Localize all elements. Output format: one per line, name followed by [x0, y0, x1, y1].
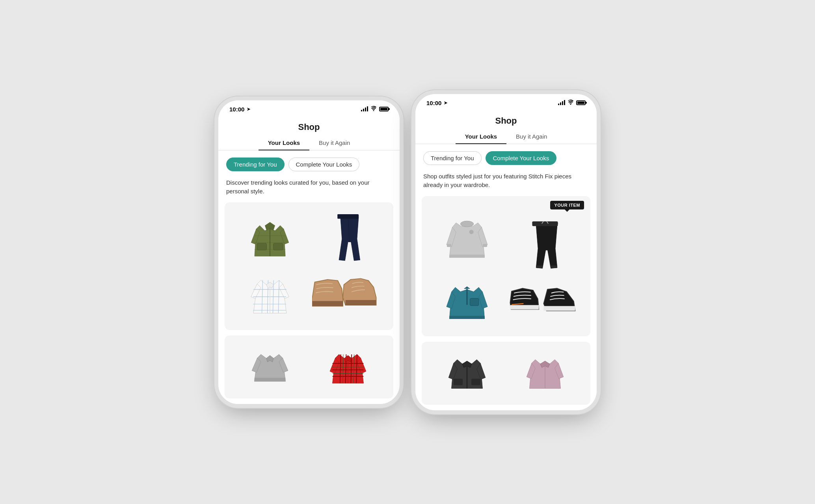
filter-trending-left[interactable]: Trending for You [226, 158, 285, 171]
svg-rect-39 [449, 316, 484, 319]
outfit-card-right: YOUR ITEM [422, 196, 590, 336]
svg-rect-38 [470, 298, 478, 306]
shoes-svg [312, 269, 384, 321]
tab-your-looks-left[interactable]: Your Looks [259, 135, 309, 150]
filter-complete-left[interactable]: Complete Your Looks [288, 158, 360, 171]
jacket-item [231, 209, 309, 266]
page-title-left: Shop [218, 116, 400, 135]
svg-rect-17 [255, 378, 286, 381]
jacket-svg [234, 212, 306, 263]
tab-your-looks-right[interactable]: Your Looks [456, 129, 506, 144]
page-title-right: Shop [415, 109, 597, 129]
pants-svg [312, 212, 384, 263]
battery-icon-right [576, 100, 586, 105]
phone-content-left: Shop Your Looks Buy it Again Trending fo… [218, 116, 400, 404]
description-left: Discover trending looks curated for you,… [218, 177, 400, 202]
svg-rect-37 [551, 265, 557, 268]
filter-buttons-left: Trending for You Complete Your Looks [218, 150, 400, 177]
signal-icon-right [558, 100, 565, 105]
filter-trending-right[interactable]: Trending for You [423, 151, 482, 165]
status-bar-left: 10:00 ➤ [218, 100, 400, 116]
outfit-card-left [225, 202, 393, 330]
time-display-right: 10:00 [426, 100, 441, 106]
status-icons-right [558, 100, 586, 106]
joggers-item [506, 202, 584, 272]
joggers-svg [509, 218, 581, 269]
longsleeve-item [428, 202, 506, 272]
mauve-shirt-svg [509, 352, 581, 395]
status-icons-left [361, 106, 389, 112]
signal-icon-left [361, 107, 368, 111]
battery-icon-left [379, 107, 389, 111]
tab-buy-again-left[interactable]: Buy it Again [309, 135, 359, 150]
fleece-svg [431, 276, 503, 327]
svg-point-31 [469, 230, 474, 234]
svg-rect-40 [454, 378, 463, 385]
description-right: Shop outfits styled just for you featuri… [415, 170, 597, 196]
location-arrow-right: ➤ [444, 100, 447, 106]
time-display: 10:00 [229, 106, 244, 113]
sweater-svg [234, 345, 306, 389]
wifi-icon-left [370, 106, 377, 112]
dark-jacket-svg [431, 352, 503, 395]
svg-rect-33 [483, 244, 487, 246]
svg-rect-36 [536, 265, 542, 268]
status-time-right: 10:00 ➤ [426, 100, 447, 106]
second-card-left [225, 335, 393, 398]
mauve-shirt-item [506, 348, 584, 398]
second-card-right [422, 342, 590, 405]
phone-left: 10:00 ➤ Sh [218, 100, 400, 404]
phone-content-right: Shop Your Looks Buy it Again Trending fo… [415, 109, 597, 410]
longsleeve-svg [431, 212, 503, 263]
filter-buttons-right: Trending for You Complete Your Looks [415, 144, 597, 170]
sneakers-svg [509, 276, 581, 327]
svg-point-30 [460, 221, 473, 227]
your-item-badge: YOUR ITEM [550, 201, 584, 209]
phone-right: 10:00 ➤ Sh [415, 94, 597, 410]
svg-rect-41 [471, 378, 480, 385]
svg-rect-3 [257, 243, 266, 250]
tabs-left: Your Looks Buy it Again [218, 135, 400, 150]
fleece-item [428, 272, 506, 330]
svg-rect-7 [337, 214, 359, 219]
wifi-icon-right [568, 100, 574, 106]
shirt-svg [234, 269, 306, 321]
dark-jacket-item [428, 348, 506, 398]
flannel-svg [312, 345, 384, 389]
shirt-item [231, 266, 309, 324]
svg-rect-4 [274, 243, 283, 250]
tab-buy-again-right[interactable]: Buy it Again [506, 129, 556, 144]
sneakers-item [506, 272, 584, 330]
pants-item [309, 209, 387, 266]
svg-rect-32 [447, 244, 451, 246]
shoes-item [309, 266, 387, 324]
filter-complete-right[interactable]: Complete Your Looks [486, 151, 557, 165]
status-time-left: 10:00 ➤ [229, 106, 250, 113]
svg-rect-34 [449, 254, 484, 257]
svg-rect-35 [532, 221, 558, 226]
status-bar-right: 10:00 ➤ [415, 94, 597, 109]
flannel-item [309, 342, 387, 392]
location-arrow-left: ➤ [247, 107, 250, 112]
sweater-item [231, 342, 309, 392]
tabs-right: Your Looks Buy it Again [415, 129, 597, 144]
